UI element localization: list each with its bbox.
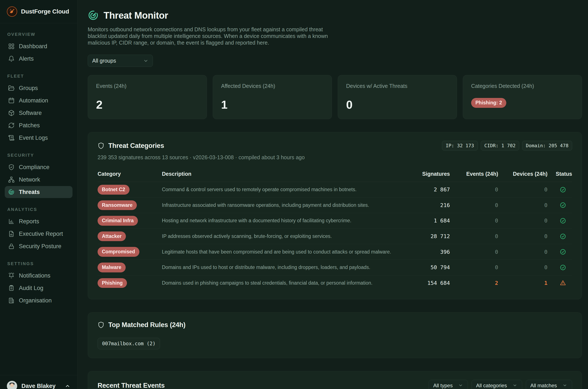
sidebar-item-label: Automation: [19, 97, 48, 104]
category-filter-select[interactable]: All categories: [472, 380, 522, 389]
building-icon: [8, 297, 15, 304]
sidebar-item-security-posture[interactable]: Security Posture: [5, 240, 72, 252]
sidebar-item-label: Security Posture: [19, 243, 61, 250]
stat-card-categories-detected: Categories Detected (24h) Phishing: 2: [463, 75, 582, 119]
category-description: Domains and IPs used to host or distribu…: [162, 259, 401, 275]
match-filter-select[interactable]: All matches: [526, 380, 572, 389]
sidebar-item-alerts[interactable]: Alerts: [5, 53, 72, 65]
status-warning-icon: [560, 280, 566, 286]
shield-check-icon: [8, 164, 15, 170]
events-value: 0: [450, 213, 498, 229]
matched-rule-chip: 007mailbox.com (2): [98, 338, 160, 349]
stat-card-affected-devices: Affected Devices (24h) 1: [213, 75, 332, 119]
event-filters: All types All categories All matches: [429, 380, 572, 389]
bell-ring-icon: [8, 272, 15, 279]
category-description: IP addresses observed actively scanning,…: [162, 228, 401, 244]
sidebar-item-groups[interactable]: Groups: [5, 82, 72, 94]
sidebar-item-software[interactable]: Software: [5, 107, 72, 119]
events-value: 0: [450, 259, 498, 275]
sidebar-item-compliance[interactable]: Compliance: [5, 161, 72, 173]
devices-value: 0: [498, 244, 548, 260]
status-ok-icon: [560, 264, 566, 271]
events-value: 0: [450, 182, 498, 198]
cidr-total-chip: CIDR: 1 702: [481, 141, 519, 150]
category-badge: Criminal Infra: [98, 216, 138, 226]
category-badge: Attacker: [98, 231, 126, 241]
sidebar-item-label: Notifications: [19, 272, 50, 279]
category-description: Infrastructure associated with ransomwar…: [162, 197, 401, 213]
page-title: Threat Monitor: [104, 10, 168, 21]
signatures-value: 1 684: [401, 213, 450, 229]
signature-totals: IP: 32 173 CIDR: 1 702 Domain: 205 478: [442, 141, 572, 150]
col-category: Category: [98, 169, 162, 182]
stat-label: Categories Detected (24h): [471, 83, 574, 89]
sidebar-item-automation[interactable]: Automation: [5, 95, 72, 106]
sidebar-item-threats[interactable]: Threats: [5, 186, 72, 198]
sidebar-item-notifications[interactable]: Notifications: [5, 270, 72, 282]
category-badge: Malware: [98, 262, 126, 272]
events-value: 0: [450, 197, 498, 213]
user-menu[interactable]: Dave Blakey: [0, 375, 77, 389]
type-filter-select[interactable]: All types: [429, 380, 468, 389]
threat-categories-subtitle: 239 353 signatures across 13 sources · v…: [98, 154, 572, 161]
nav-section-overview: OVERVIEW: [5, 32, 72, 37]
sidebar-item-organisation[interactable]: Organisation: [5, 294, 72, 306]
category-badge: Compromised: [98, 247, 139, 257]
sidebar-item-event-logs[interactable]: Event Logs: [5, 132, 72, 144]
sidebar-item-label: Threats: [19, 189, 40, 195]
stat-value: 0: [346, 99, 449, 110]
threat-categories-title: Threat Categories: [108, 142, 164, 150]
sidebar-item-patches[interactable]: Patches: [5, 119, 72, 131]
events-value: 0: [450, 244, 498, 260]
devices-value: 0: [498, 228, 548, 244]
col-status: Status: [548, 169, 572, 182]
signatures-value: 216: [401, 197, 450, 213]
sidebar-item-label: Network: [19, 176, 40, 183]
bar-chart-icon: [8, 218, 15, 225]
events-value: 0: [450, 228, 498, 244]
phishing-count-badge: Phishing: 2: [471, 98, 506, 108]
shield-icon: [98, 142, 104, 149]
page-header: Threat Monitor: [88, 10, 582, 21]
sidebar-item-audit-log[interactable]: Audit Log: [5, 282, 72, 294]
sidebar-item-dashboard[interactable]: Dashboard: [5, 40, 72, 52]
sidebar-item-label: Executive Report: [19, 231, 63, 237]
dashboard-grid-icon: [8, 43, 15, 50]
lock-icon: [8, 243, 15, 250]
folder-icon: [8, 85, 15, 91]
sidebar: DustForge Cloud OVERVIEW Dashboard Alert…: [0, 0, 77, 389]
table-row: Botnet C2 Command & control servers used…: [98, 182, 572, 198]
status-ok-icon: [560, 233, 566, 240]
sidebar-item-executive-report[interactable]: Executive Report: [5, 228, 72, 240]
sidebar-item-label: Patches: [19, 122, 40, 129]
sidebar-item-network[interactable]: Network: [5, 174, 72, 186]
sidebar-item-label: Groups: [19, 85, 38, 92]
sidebar-item-label: Dashboard: [19, 43, 47, 50]
table-row: Ransomware Infrastructure associated wit…: [98, 197, 572, 213]
recent-events-title: Recent Threat Events: [98, 382, 165, 389]
sidebar-item-reports[interactable]: Reports: [5, 215, 72, 227]
nav-section-security: SECURITY: [5, 153, 72, 158]
category-badge: Ransomware: [98, 200, 137, 210]
scroll-icon: [8, 135, 15, 141]
sidebar-item-label: Organisation: [19, 297, 52, 304]
signatures-value: 154 684: [401, 275, 450, 291]
page-description: Monitors outbound network connections an…: [88, 26, 341, 46]
col-description: Description: [162, 169, 401, 182]
recent-events-panel: Recent Threat Events All types All categ…: [88, 371, 582, 389]
devices-value: 1: [498, 275, 548, 291]
signatures-value: 28 712: [401, 228, 450, 244]
sidebar-nav: OVERVIEW Dashboard Alerts FLEET Groups A…: [0, 23, 77, 306]
group-filter-select[interactable]: All groups: [88, 55, 153, 67]
sidebar-item-label: Software: [19, 110, 42, 116]
app-title: DustForge Cloud: [21, 8, 69, 15]
chevron-down-icon: [458, 383, 463, 388]
chevron-down-icon: [562, 383, 568, 388]
file-chart-icon: [8, 231, 15, 237]
clipboard-icon: [8, 285, 15, 291]
type-filter-value: All types: [433, 383, 453, 389]
chevron-down-icon: [513, 383, 518, 388]
stat-value: 1: [221, 99, 324, 110]
status-ok-icon: [560, 187, 566, 193]
category-description: Hosting and network infrastructure with …: [162, 213, 401, 229]
